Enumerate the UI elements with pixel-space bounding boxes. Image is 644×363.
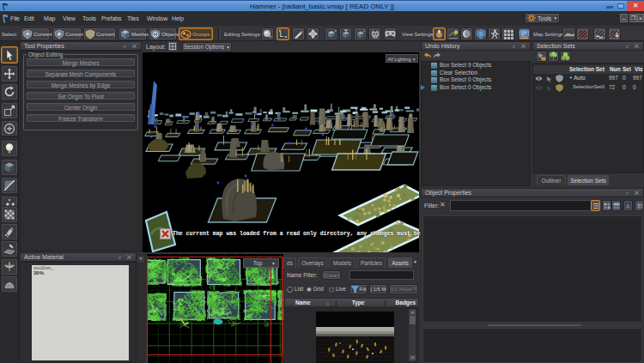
svg-text:A: A xyxy=(626,203,630,209)
